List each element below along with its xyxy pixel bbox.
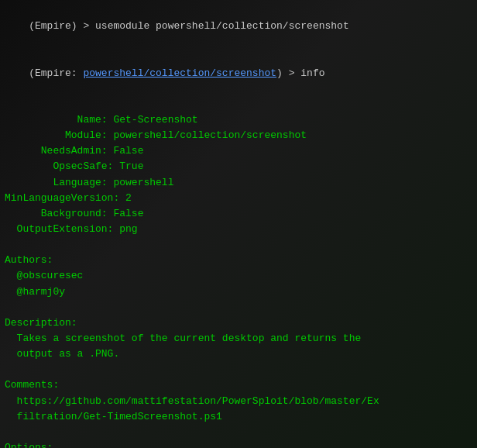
description-line-2: output as a .PNG. xyxy=(5,346,472,362)
spacer-3 xyxy=(5,300,472,315)
description-label: Description: xyxy=(5,315,472,331)
field-background: Background: False xyxy=(5,206,472,222)
module-link[interactable]: powershell/collection/screenshot xyxy=(83,67,276,79)
spacer-1 xyxy=(5,97,472,112)
spacer-5 xyxy=(5,425,472,440)
author-2: @harmj0y xyxy=(5,284,472,300)
prompt-text-1: (Empire) > usemodule powershell/collecti… xyxy=(29,20,348,32)
prompt-suffix: ) > info xyxy=(276,67,324,79)
field-needsadmin: NeedsAdmin: False xyxy=(5,143,472,159)
spacer-2 xyxy=(5,237,472,253)
field-opsecsafe: OpsecSafe: True xyxy=(5,159,472,174)
field-outputext: OutputExtension: png xyxy=(5,222,472,237)
field-language: Language: powershell xyxy=(5,175,472,191)
comments-label: Comments: xyxy=(5,377,472,393)
comment-url: https://github.com/mattifestation/PowerS… xyxy=(5,394,472,409)
terminal-window[interactable]: (Empire) > usemodule powershell/collecti… xyxy=(0,0,477,448)
field-minlangver: MinLanguageVersion: 2 xyxy=(5,191,472,206)
field-name: Name: Get-Screenshot xyxy=(5,112,472,128)
field-module: Module: powershell/collection/screenshot xyxy=(5,128,472,143)
options-label: Options: xyxy=(5,440,472,448)
spacer-4 xyxy=(5,362,472,377)
comment-file: filtration/Get-TimedScreenshot.ps1 xyxy=(5,409,472,425)
description-line-1: Takes a screenshot of the current deskto… xyxy=(5,331,472,346)
author-1: @obscuresec xyxy=(5,268,472,284)
command-line-2: (Empire: powershell/collection/screensho… xyxy=(5,50,472,96)
command-line-1: (Empire) > usemodule powershell/collecti… xyxy=(5,3,472,50)
prompt-prefix: (Empire: xyxy=(29,67,83,79)
authors-label: Authors: xyxy=(5,253,472,268)
